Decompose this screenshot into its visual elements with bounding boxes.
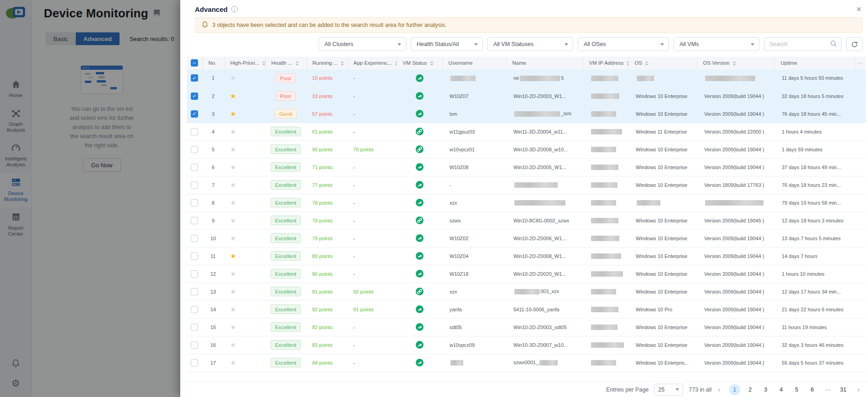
- filter-all-oses[interactable]: All OSes: [578, 37, 669, 51]
- sort-icon[interactable]: [645, 61, 648, 66]
- row-checkbox[interactable]: [191, 253, 198, 260]
- favorite-star-icon[interactable]: ★: [230, 110, 236, 118]
- filter-value: All OSes: [584, 41, 606, 47]
- col-header-app[interactable]: App Experienc...: [347, 57, 397, 69]
- col-header-select[interactable]: −: [187, 57, 202, 69]
- favorite-star-icon[interactable]: ★: [230, 359, 236, 366]
- row-checkbox[interactable]: [191, 235, 198, 242]
- sort-icon[interactable]: [295, 61, 299, 66]
- search-input[interactable]: [769, 41, 830, 48]
- cell-ip: [583, 283, 628, 300]
- sort-icon[interactable]: [395, 61, 397, 66]
- row-checkbox[interactable]: [191, 128, 198, 135]
- col-header-priority[interactable]: High-Priori...: [224, 57, 265, 69]
- cell-ip: [583, 265, 628, 283]
- cell-running: 78 points: [306, 194, 347, 211]
- row-checkbox[interactable]: [191, 217, 198, 224]
- cell-no: 15: [202, 318, 224, 336]
- cell-os: Windows 10 Enterprise: [628, 158, 697, 176]
- redacted-text: [591, 93, 619, 99]
- col-header-running[interactable]: Running ...: [306, 57, 347, 69]
- page-3[interactable]: 3: [760, 384, 771, 395]
- favorite-star-icon[interactable]: ★: [230, 270, 236, 278]
- favorite-star-icon[interactable]: ★: [230, 234, 236, 242]
- row-checkbox[interactable]: ✓: [191, 110, 198, 118]
- search-icon[interactable]: [830, 40, 837, 49]
- cell-health: Excellent: [265, 354, 306, 371]
- cell-username: yanfa: [442, 300, 506, 318]
- refresh-button[interactable]: [846, 37, 863, 51]
- col-header-osver[interactable]: OS Version: [697, 57, 774, 69]
- cell-uptime: 32 days 3 hours 46 minutes: [774, 336, 855, 354]
- favorite-star-icon[interactable]: ★: [230, 288, 236, 295]
- row-checkbox[interactable]: [191, 306, 198, 313]
- page-5[interactable]: 5: [791, 384, 802, 395]
- favorite-star-icon[interactable]: ★: [230, 163, 236, 171]
- page-1[interactable]: 1: [729, 384, 740, 395]
- sort-icon[interactable]: [430, 61, 434, 66]
- row-checkbox[interactable]: [191, 146, 198, 153]
- col-header-vmstatus[interactable]: VM Status: [397, 57, 442, 69]
- select-all-checkbox[interactable]: −: [191, 59, 198, 67]
- row-checkbox[interactable]: [191, 181, 198, 189]
- next-page-icon[interactable]: ›: [857, 386, 861, 394]
- running-points: 82 points: [312, 307, 333, 312]
- col-header-os[interactable]: OS: [628, 57, 697, 69]
- col-header-ip[interactable]: VM IP Address: [583, 57, 628, 69]
- row-checkbox[interactable]: [191, 288, 198, 295]
- row-checkbox[interactable]: [191, 199, 198, 206]
- filter-all-clusters[interactable]: All Clusters: [319, 37, 406, 51]
- filter-all-vm-statuses[interactable]: All VM Statuses: [487, 37, 573, 51]
- favorite-star-icon[interactable]: ★: [230, 92, 236, 100]
- row-checkbox[interactable]: [191, 324, 198, 331]
- cell-select: [187, 176, 202, 194]
- cell-name: Win10-3D-Z0008_w10...: [506, 140, 583, 158]
- col-header-health[interactable]: Health ...: [265, 57, 306, 69]
- favorite-star-icon[interactable]: ★: [230, 217, 236, 224]
- favorite-star-icon[interactable]: ★: [230, 305, 236, 313]
- cell-ip: [583, 300, 628, 318]
- link-icon: [416, 128, 424, 134]
- info-icon[interactable]: i: [231, 6, 238, 12]
- row-checkbox[interactable]: [191, 359, 198, 366]
- page-4[interactable]: 4: [776, 384, 787, 395]
- sort-icon[interactable]: [626, 61, 628, 66]
- close-icon[interactable]: ×: [856, 5, 862, 14]
- row-checkbox[interactable]: [191, 341, 198, 349]
- sort-icon[interactable]: [340, 61, 344, 66]
- cell-username: [442, 69, 506, 87]
- favorite-star-icon[interactable]: ★: [230, 74, 236, 82]
- cell-app-experience: -: [347, 87, 397, 105]
- row-checkbox[interactable]: [191, 270, 198, 278]
- cell-no: 10: [202, 229, 224, 247]
- sort-icon[interactable]: [732, 61, 736, 66]
- cell-running: 61 points: [306, 123, 347, 140]
- favorite-star-icon[interactable]: ★: [230, 252, 236, 260]
- sort-icon[interactable]: [262, 61, 265, 66]
- cell-uptime: 1 hours 10 minutes: [774, 265, 855, 283]
- column-settings-icon[interactable]: ···: [855, 57, 866, 69]
- row-checkbox[interactable]: ✓: [191, 93, 198, 100]
- favorite-star-icon[interactable]: ★: [230, 323, 236, 331]
- col-label: Username: [449, 60, 473, 66]
- favorite-star-icon[interactable]: ★: [230, 341, 236, 349]
- filter-health-status-all[interactable]: Health Status/All: [411, 37, 483, 51]
- favorite-star-icon[interactable]: ★: [230, 181, 236, 189]
- cell-vm-status: [397, 87, 442, 105]
- row-checkbox[interactable]: [191, 164, 198, 171]
- health-status-badge: Excellent: [271, 358, 301, 367]
- chevron-down-icon: [474, 43, 478, 46]
- favorite-star-icon[interactable]: ★: [230, 128, 236, 135]
- page-6[interactable]: 6: [807, 384, 818, 395]
- page-2[interactable]: 2: [745, 384, 756, 395]
- page-31[interactable]: 31: [838, 384, 849, 395]
- page-ellipsis[interactable]: ···: [822, 384, 833, 395]
- filter-all-vms[interactable]: All VMs: [674, 37, 759, 51]
- prev-page-icon[interactable]: ‹: [717, 386, 721, 394]
- app-points: 92 points: [353, 289, 374, 294]
- page-size-select[interactable]: 25: [654, 384, 683, 396]
- row-checkbox[interactable]: ✓: [191, 74, 198, 82]
- col-header-username: Username: [442, 57, 506, 69]
- favorite-star-icon[interactable]: ★: [230, 199, 236, 206]
- favorite-star-icon[interactable]: ★: [230, 145, 236, 153]
